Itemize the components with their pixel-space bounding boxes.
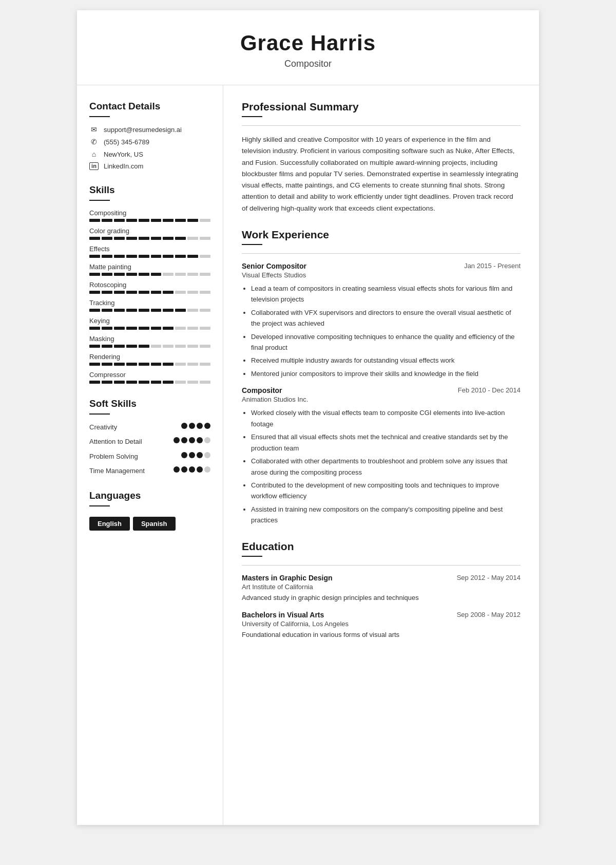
job-item: Senior CompositorJan 2015 - PresentVisua… <box>242 262 521 380</box>
skill-segment <box>89 291 100 294</box>
skill-segment <box>89 381 100 384</box>
skill-item: Keying <box>89 317 210 330</box>
skill-segment <box>151 327 162 330</box>
skill-segment <box>139 255 149 258</box>
skill-segment <box>114 255 125 258</box>
job-bullets: Lead a team of compositors in creating s… <box>242 283 521 380</box>
skill-segment <box>175 363 186 366</box>
languages-divider <box>89 505 110 506</box>
job-company: Visual Effects Studios <box>242 271 521 279</box>
soft-skills-divider <box>89 413 110 415</box>
soft-skill-name: Problem Solving <box>89 452 138 461</box>
skill-bar <box>89 363 210 366</box>
contact-email: ✉ support@resumedesign.ai <box>89 125 210 134</box>
skill-segment <box>163 381 174 384</box>
email-text: support@resumedesign.ai <box>104 126 182 134</box>
job-title: Senior Compositor <box>242 262 306 270</box>
skill-item: Compressor <box>89 371 210 384</box>
edu-description: Advanced study in graphic design princip… <box>242 593 521 604</box>
skill-name: Rotoscoping <box>89 281 210 289</box>
skill-segment <box>102 219 112 222</box>
skill-bar <box>89 309 210 312</box>
edu-description: Foundational education in various forms … <box>242 630 521 641</box>
soft-skills-list: CreativityAttention to DetailProblem Sol… <box>89 423 210 476</box>
skill-segment <box>187 237 198 240</box>
soft-skill-dot <box>197 466 203 473</box>
job-bullet: Collaborated with other departments to t… <box>251 456 521 478</box>
skill-item: Color grading <box>89 227 210 240</box>
experience-title: Work Experience <box>242 229 521 241</box>
skill-segment <box>151 237 162 240</box>
skill-item: Rendering <box>89 353 210 366</box>
job-bullets: Worked closely with the visual effects t… <box>242 407 521 525</box>
skill-name: Masking <box>89 335 210 343</box>
soft-skill-dot <box>204 423 210 429</box>
skill-name: Compositing <box>89 209 210 217</box>
sidebar: Contact Details ✉ support@resumedesign.a… <box>77 85 223 825</box>
job-company: Animation Studios Inc. <box>242 396 521 403</box>
skill-segment <box>114 237 125 240</box>
education-item: Masters in Graphic DesignSep 2012 - May … <box>242 574 521 604</box>
skill-segment <box>89 219 100 222</box>
soft-skill-name: Time Management <box>89 466 145 476</box>
soft-skill-item: Time Management <box>89 466 210 476</box>
edu-school: Art Institute of California <box>242 583 521 591</box>
soft-skill-dot <box>204 466 210 473</box>
skill-segment <box>89 237 100 240</box>
soft-skill-dot <box>174 466 180 473</box>
location-icon: ⌂ <box>89 150 99 158</box>
edu-degree: Bachelors in Visual Arts <box>242 611 324 619</box>
skill-bar <box>89 219 210 222</box>
language-tag: Spanish <box>133 517 176 531</box>
job-bullet: Worked closely with the visual effects t… <box>251 407 521 429</box>
skill-segment <box>175 255 186 258</box>
location-text: NewYork, US <box>104 151 143 158</box>
skill-segment <box>187 363 198 366</box>
skill-segment <box>89 273 100 276</box>
soft-skill-dot <box>174 437 180 443</box>
skill-segment <box>200 255 210 258</box>
job-bullet: Contributed to the development of new co… <box>251 480 521 502</box>
skill-segment <box>163 363 174 366</box>
skill-segment <box>126 273 137 276</box>
skill-segment <box>114 345 125 348</box>
soft-skill-dots <box>181 423 210 429</box>
experience-divider-full <box>242 253 521 254</box>
soft-skill-dot <box>189 423 195 429</box>
job-date: Jan 2015 - Present <box>464 262 521 270</box>
skill-segment <box>126 381 137 384</box>
skill-segment <box>151 219 162 222</box>
skill-segment <box>89 327 100 330</box>
skill-segment <box>102 345 112 348</box>
skill-segment <box>139 291 149 294</box>
skill-segment <box>175 273 186 276</box>
skill-segment <box>114 363 125 366</box>
skill-item: Masking <box>89 335 210 348</box>
skill-segment <box>187 309 198 312</box>
soft-skill-dots <box>181 452 210 458</box>
skill-segment <box>114 273 125 276</box>
soft-skill-item: Problem Solving <box>89 452 210 461</box>
skill-name: Effects <box>89 245 210 253</box>
skill-bar <box>89 273 210 276</box>
skill-segment <box>200 309 210 312</box>
soft-skill-dot <box>204 437 210 443</box>
skill-segment <box>163 273 174 276</box>
soft-skill-dot <box>197 423 203 429</box>
skill-name: Tracking <box>89 299 210 307</box>
skill-segment <box>102 273 112 276</box>
skill-name: Keying <box>89 317 210 325</box>
languages-section: Languages EnglishSpanish <box>89 490 210 531</box>
skill-item: Compositing <box>89 209 210 222</box>
summary-title: Professional Summary <box>242 101 521 113</box>
skill-name: Matte painting <box>89 263 210 271</box>
languages-title: Languages <box>89 490 210 501</box>
skill-item: Tracking <box>89 299 210 312</box>
edu-header: Masters in Graphic DesignSep 2012 - May … <box>242 574 521 582</box>
skill-segment <box>126 345 137 348</box>
skills-list: CompositingColor gradingEffectsMatte pai… <box>89 209 210 384</box>
skill-segment <box>200 219 210 222</box>
resume-header: Grace Harris Compositor <box>77 10 539 85</box>
resume-page: Grace Harris Compositor Contact Details … <box>77 10 539 825</box>
skill-segment <box>139 309 149 312</box>
